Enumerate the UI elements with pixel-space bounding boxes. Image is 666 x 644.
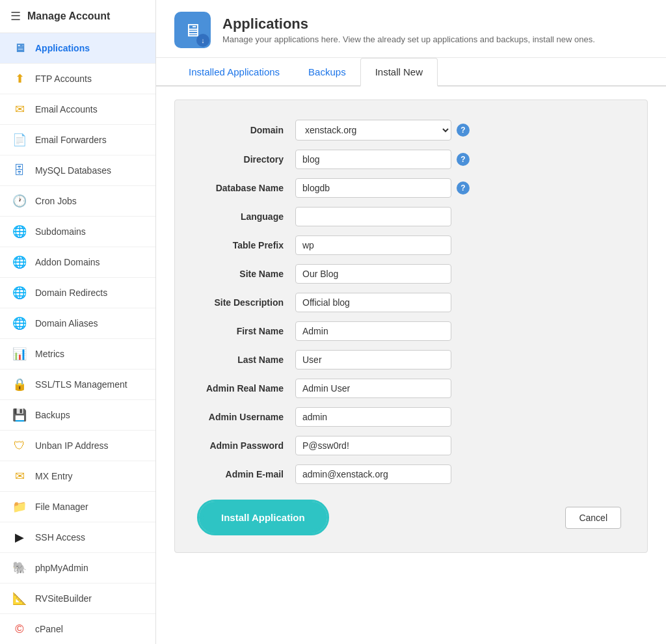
domain-aliases-icon: 🌐 — [10, 314, 29, 332]
input-site-name[interactable] — [295, 264, 451, 284]
sidebar-item-label-backups: Backups — [35, 410, 70, 420]
sidebar-header: ☰ Manage Account — [0, 0, 155, 33]
sidebar-item-label-domain-redirects: Domain Redirects — [35, 288, 107, 298]
form-control-wrap-first-name — [295, 321, 451, 341]
file-manager-icon: 📁 — [10, 498, 29, 516]
form-control-wrap-last-name — [295, 350, 451, 369]
ssl-tls-icon: 🔒 — [10, 375, 29, 394]
input-admin-username[interactable] — [295, 407, 451, 427]
input-domain[interactable]: xenstack.org — [295, 120, 451, 141]
sidebar-item-phpmyadmin[interactable]: 🐘 phpMyAdmin — [0, 553, 155, 584]
form-label-admin-email: Admin E-mail — [188, 469, 295, 479]
input-database-name[interactable] — [295, 178, 451, 198]
sidebar-item-backups[interactable]: 💾 Backups — [0, 400, 155, 431]
tab-installed[interactable]: Installed Applications — [174, 59, 294, 87]
rvsitebuilder-icon: 📐 — [10, 589, 29, 608]
sidebar: ☰ Manage Account 🖥 Applications ⬆ FTP Ac… — [0, 0, 156, 644]
sidebar-item-ssh-access[interactable]: ▶ SSH Access — [0, 522, 155, 553]
email-accounts-icon: ✉ — [10, 100, 29, 118]
form-row-language: Language — [188, 207, 634, 226]
phpmyadmin-icon: 🐘 — [10, 559, 29, 577]
subdomains-icon: 🌐 — [10, 222, 29, 241]
page-header: 🖥 ↓ Applications Manage your application… — [156, 0, 666, 58]
sidebar-item-unban-ip[interactable]: 🛡 Unban IP Address — [0, 431, 155, 461]
sidebar-item-ssl-tls[interactable]: 🔒 SSL/TLS Management — [0, 369, 155, 400]
sidebar-item-domain-aliases[interactable]: 🌐 Domain Aliases — [0, 308, 155, 339]
sidebar-item-label-subdomains: Subdomains — [35, 226, 86, 237]
sidebar-item-cron-jobs[interactable]: 🕐 Cron Jobs — [0, 186, 155, 217]
form-row-first-name: First Name — [188, 321, 634, 341]
install-form-panel: Domainxenstack.org?Directory?Database Na… — [174, 100, 648, 553]
sidebar-item-addon-domains[interactable]: 🌐 Addon Domains — [0, 247, 155, 278]
form-control-wrap-language — [295, 207, 451, 226]
input-site-description[interactable] — [295, 293, 451, 312]
form-label-site-name: Site Name — [188, 269, 295, 279]
form-control-wrap-site-description — [295, 293, 451, 312]
sidebar-item-label-addon-domains: Addon Domains — [35, 257, 100, 267]
form-control-wrap-table-prefix — [295, 235, 451, 255]
form-control-wrap-admin-username — [295, 407, 451, 427]
sidebar-item-label-domain-aliases: Domain Aliases — [35, 318, 98, 329]
hamburger-icon[interactable]: ☰ — [10, 9, 21, 23]
sidebar-item-ftp-accounts[interactable]: ⬆ FTP Accounts — [0, 64, 155, 94]
sidebar-item-label-phpmyadmin: phpMyAdmin — [35, 563, 88, 573]
sidebar-item-file-manager[interactable]: 📁 File Manager — [0, 492, 155, 522]
ftp-accounts-icon: ⬆ — [10, 70, 29, 88]
sidebar-item-mysql-databases[interactable]: 🗄 MySQL Databases — [0, 155, 155, 186]
page-title: Applications — [222, 16, 595, 33]
form-footer: Install Application Cancel — [188, 493, 634, 534]
tabs-bar: Installed ApplicationsBackupsInstall New — [156, 58, 666, 87]
form-control-wrap-directory: ? — [295, 150, 470, 169]
form-label-first-name: First Name — [188, 326, 295, 336]
input-directory[interactable] — [295, 150, 451, 169]
sidebar-title: Manage Account — [27, 10, 110, 22]
form-label-admin-real-name: Admin Real Name — [188, 383, 295, 394]
input-last-name[interactable] — [295, 350, 451, 369]
page-description: Manage your applications here. View the … — [222, 34, 595, 44]
sidebar-item-label-email-forwarders: Email Forwarders — [35, 135, 107, 145]
sidebar-item-domain-redirects[interactable]: 🌐 Domain Redirects — [0, 278, 155, 308]
input-admin-password[interactable] — [295, 436, 451, 455]
form-control-wrap-admin-real-name — [295, 379, 451, 398]
sidebar-item-rvsitebuilder[interactable]: 📐 RVSiteBuilder — [0, 584, 155, 614]
sidebar-item-subdomains[interactable]: 🌐 Subdomains — [0, 217, 155, 247]
form-row-admin-password: Admin Password — [188, 436, 634, 455]
sidebar-item-label-unban-ip: Unban IP Address — [35, 440, 109, 451]
main-content: 🖥 ↓ Applications Manage your application… — [156, 0, 666, 644]
tab-install-new[interactable]: Install New — [360, 58, 438, 87]
cron-jobs-icon: 🕐 — [10, 192, 29, 210]
form-label-site-description: Site Description — [188, 297, 295, 308]
form-control-wrap-admin-password — [295, 436, 451, 455]
sidebar-item-metrics[interactable]: 📊 Metrics — [0, 339, 155, 369]
help-icon-database-name[interactable]: ? — [457, 181, 470, 195]
cancel-button[interactable]: Cancel — [565, 507, 621, 529]
sidebar-item-email-accounts[interactable]: ✉ Email Accounts — [0, 94, 155, 125]
help-icon-directory[interactable]: ? — [457, 153, 470, 166]
install-application-button[interactable]: Install Application — [201, 503, 325, 531]
applications-icon: 🖥 — [10, 39, 29, 57]
sidebar-item-mx-entry[interactable]: ✉ MX Entry — [0, 461, 155, 492]
input-table-prefix[interactable] — [295, 235, 451, 255]
domain-redirects-icon: 🌐 — [10, 284, 29, 302]
form-label-database-name: Database Name — [188, 183, 295, 193]
form-row-site-description: Site Description — [188, 293, 634, 312]
input-admin-real-name[interactable] — [295, 379, 451, 398]
tab-backups[interactable]: Backups — [294, 59, 360, 87]
page-title-block: Applications Manage your applications he… — [222, 16, 595, 44]
sidebar-item-email-forwarders[interactable]: 📄 Email Forwarders — [0, 125, 155, 155]
form-row-directory: Directory? — [188, 150, 634, 169]
form-control-wrap-admin-email — [295, 464, 451, 484]
form-row-table-prefix: Table Prefix — [188, 235, 634, 255]
input-first-name[interactable] — [295, 321, 451, 341]
sidebar-item-label-applications: Applications — [35, 43, 90, 53]
form-control-wrap-database-name: ? — [295, 178, 470, 198]
ssh-access-icon: ▶ — [10, 528, 29, 546]
sidebar-item-applications[interactable]: 🖥 Applications — [0, 33, 155, 64]
metrics-icon: 📊 — [10, 345, 29, 363]
input-admin-email[interactable] — [295, 464, 451, 484]
help-icon-domain[interactable]: ? — [457, 124, 470, 137]
unban-ip-icon: 🛡 — [10, 436, 29, 455]
mx-entry-icon: ✉ — [10, 467, 29, 485]
sidebar-item-cpanel[interactable]: © cPanel — [0, 614, 155, 644]
input-language[interactable] — [295, 207, 451, 226]
